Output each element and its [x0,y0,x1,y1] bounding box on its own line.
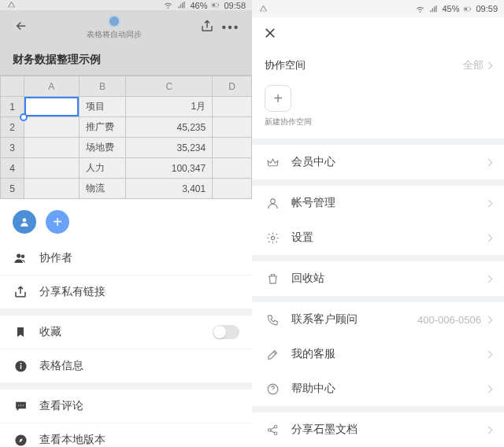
app-logo-icon [108,15,120,28]
chevron-right-icon [485,350,493,358]
col-header[interactable]: A [24,76,79,97]
workspace-title: 协作空间 [265,58,306,72]
chevron-right-icon [485,158,493,166]
bookmark-icon [13,326,28,338]
signal-icon [428,5,439,13]
svg-point-9 [17,405,18,405]
settings-item[interactable]: 设置 [252,220,504,255]
chevron-right-icon [485,426,493,434]
workspace-all-button[interactable]: 全部 [463,58,491,72]
chevron-right-icon [485,385,493,393]
info-icon [13,360,28,373]
share-private-item[interactable]: 分享私有链接 [0,275,252,309]
account-item[interactable]: 帐号管理 [252,186,504,220]
pencil-icon [265,348,280,361]
create-workspace-button[interactable]: + [265,85,291,112]
col-header[interactable]: C [126,76,213,97]
phone-icon [265,313,280,327]
svg-rect-15 [471,8,472,9]
collaborators-item[interactable]: 协作者 [0,242,252,275]
col-header[interactable]: B [79,76,126,97]
close-button[interactable] [263,26,277,43]
svg-point-10 [20,405,20,405]
chevron-right-icon [485,275,493,283]
spreadsheet[interactable]: A B C D 1 项目 1月 2推广费45,235 3场地费35,234 4人… [0,75,252,199]
compass-icon [13,434,28,447]
back-button[interactable] [9,19,33,36]
chevron-right-icon [485,199,493,207]
battery-percent: 46% [190,1,207,10]
favorite-item[interactable]: 收藏 [0,316,252,349]
svg-point-3 [23,218,27,222]
help-center-item[interactable]: 帮助中心 [252,371,504,406]
wifi-icon [163,1,173,9]
svg-rect-14 [465,8,467,10]
battery-percent: 45% [442,4,459,13]
favorite-toggle[interactable] [213,325,239,339]
alert-icon [258,4,269,14]
signal-icon [176,1,187,9]
more-button[interactable]: ••• [219,20,243,35]
help-icon [265,382,280,396]
svg-point-4 [17,253,20,257]
view-local-item[interactable]: 查看本地版本 [0,423,252,447]
view-comments-item[interactable]: 查看评论 [0,390,252,423]
table-row: 4人力100,347 [1,158,252,179]
contact-advisor-item[interactable]: 联系客户顾问 400-006-0506 [252,302,504,337]
trash-icon [265,272,280,286]
svg-point-16 [270,198,275,203]
my-support-item[interactable]: 我的客服 [252,337,504,371]
member-center-item[interactable]: 会员中心 [252,145,504,179]
svg-rect-1 [213,4,215,6]
comment-icon [13,400,28,413]
table-row: 5物流3,401 [1,179,252,199]
svg-rect-2 [219,5,220,6]
wifi-icon [415,5,425,13]
people-icon [13,251,28,265]
clock-text: 09:58 [224,1,246,10]
corner-cell[interactable] [1,76,24,97]
sync-status: 表格将自动同步 [87,29,142,40]
clock-text: 09:59 [476,4,498,13]
share-icon [13,285,28,299]
svg-point-8 [20,363,21,364]
add-collaborator-button[interactable]: + [46,210,69,234]
gear-icon [265,231,280,245]
share-app-item[interactable]: 分享石墨文档 [252,412,504,447]
crown-icon [265,156,280,169]
svg-point-5 [21,255,25,259]
svg-rect-7 [20,365,20,369]
battery-icon [210,1,220,9]
battery-icon [462,5,472,13]
phone-number: 400-006-0506 [417,314,481,326]
table-row: 1 项目 1月 [1,97,252,117]
chevron-right-icon [485,316,493,323]
share-nodes-icon [265,423,280,437]
create-workspace-label: 新建协作空间 [265,116,491,127]
selected-cell[interactable] [24,97,79,117]
col-header[interactable]: D [213,76,252,97]
svg-point-17 [271,236,274,239]
document-title: 财务数据整理示例 [0,45,252,75]
user-avatar[interactable] [13,210,36,234]
alert-icon [6,0,17,10]
table-row: 3场地费35,234 [1,138,252,158]
person-icon [265,197,280,210]
chevron-right-icon [485,234,493,242]
trash-item[interactable]: 回收站 [252,261,504,296]
table-info-item[interactable]: 表格信息 [0,349,252,383]
svg-point-11 [22,405,23,405]
share-button[interactable] [195,19,219,36]
table-row: 2推广费45,235 [1,117,252,138]
